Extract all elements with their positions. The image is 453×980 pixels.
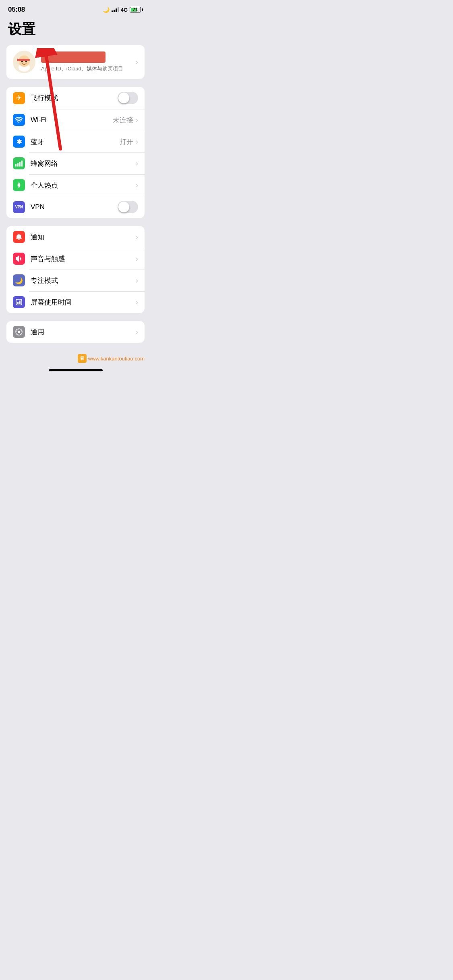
cellular-row[interactable]: 蜂窝网络 › bbox=[6, 152, 145, 174]
network-section: ✈ 飞行模式 Wi-Fi 未连接 › ✱ 蓝牙 打开 › bbox=[6, 87, 145, 218]
airplane-icon: ✈ bbox=[13, 92, 25, 104]
sounds-row[interactable]: 声音与触感 › bbox=[6, 248, 145, 270]
cellular-label: 蜂窝网络 bbox=[31, 159, 136, 168]
focus-row[interactable]: 🌙 专注模式 › bbox=[6, 270, 145, 291]
svg-rect-16 bbox=[19, 301, 21, 304]
focus-icon: 🌙 bbox=[13, 274, 25, 286]
apple-id-subtitle: Apple ID、iCloud、媒体与购买项目 bbox=[41, 65, 130, 72]
page-title: 设置 bbox=[0, 17, 151, 45]
battery-text: 71 bbox=[132, 7, 138, 12]
screentime-row[interactable]: 屏幕使用时间 › bbox=[6, 291, 145, 313]
status-bar: 05:08 🌙 4G 71 bbox=[0, 0, 151, 17]
cellular-icon bbox=[13, 157, 25, 169]
wifi-icon bbox=[13, 114, 25, 126]
focus-chevron: › bbox=[136, 276, 138, 285]
avatar-svg bbox=[13, 51, 35, 73]
sounds-icon bbox=[13, 253, 25, 265]
battery-tip bbox=[142, 8, 143, 11]
network-type: 4G bbox=[121, 7, 128, 13]
general-chevron: › bbox=[136, 328, 138, 336]
watermark-icon: 看 bbox=[78, 354, 87, 363]
bluetooth-icon: ✱ bbox=[13, 136, 25, 148]
notifications-label: 通知 bbox=[31, 233, 136, 242]
wifi-label: Wi-Fi bbox=[31, 116, 113, 124]
airplane-mode-row[interactable]: ✈ 飞行模式 bbox=[6, 87, 145, 109]
notifications-chevron: › bbox=[136, 233, 138, 241]
vpn-toggle[interactable] bbox=[118, 201, 138, 213]
bluetooth-row[interactable]: ✱ 蓝牙 打开 › bbox=[6, 131, 145, 152]
bluetooth-chevron: › bbox=[136, 138, 138, 146]
svg-rect-10 bbox=[15, 164, 17, 167]
vpn-row[interactable]: VPN VPN bbox=[6, 196, 145, 218]
svg-point-7 bbox=[25, 61, 27, 62]
apple-id-chevron: › bbox=[136, 58, 138, 66]
hotspot-icon bbox=[13, 179, 25, 191]
notification-section: 通知 › 声音与触感 › 🌙 专注模式 › bbox=[6, 226, 145, 313]
screentime-chevron: › bbox=[136, 298, 138, 307]
moon-icon: 🌙 bbox=[103, 6, 110, 13]
svg-point-18 bbox=[18, 331, 20, 333]
notifications-row[interactable]: 通知 › bbox=[6, 226, 145, 248]
notifications-icon bbox=[13, 231, 25, 243]
general-label: 通用 bbox=[31, 327, 136, 337]
general-section: 通用 › bbox=[6, 321, 145, 343]
wifi-row[interactable]: Wi-Fi 未连接 › bbox=[6, 109, 145, 131]
vpn-icon: VPN bbox=[13, 201, 25, 213]
wifi-value: 未连接 bbox=[113, 115, 133, 125]
screentime-icon bbox=[13, 296, 25, 308]
apple-id-info: Apple ID、iCloud、媒体与购买项目 bbox=[41, 51, 130, 72]
battery-body: 71 bbox=[130, 7, 141, 12]
svg-rect-15 bbox=[17, 302, 19, 304]
general-icon bbox=[13, 326, 25, 338]
signal-bar-4 bbox=[118, 7, 119, 12]
sounds-label: 声音与触感 bbox=[31, 254, 136, 264]
airplane-toggle[interactable] bbox=[118, 92, 138, 104]
watermark: 看 www.kankantoutiao.com bbox=[0, 351, 151, 366]
hotspot-chevron: › bbox=[136, 181, 138, 189]
svg-point-6 bbox=[21, 61, 23, 62]
signal-bar-2 bbox=[114, 10, 115, 12]
home-indicator bbox=[49, 369, 103, 371]
bluetooth-label: 蓝牙 bbox=[31, 137, 120, 146]
hotspot-row[interactable]: 个人热点 › bbox=[6, 174, 145, 196]
avatar bbox=[13, 51, 35, 73]
svg-rect-13 bbox=[21, 161, 23, 167]
battery: 71 bbox=[130, 7, 143, 12]
bluetooth-value: 打开 bbox=[120, 137, 133, 146]
apple-id-row[interactable]: Apple ID、iCloud、媒体与购买项目 › bbox=[6, 45, 145, 79]
svg-rect-11 bbox=[17, 163, 19, 167]
signal-bar-1 bbox=[112, 10, 113, 12]
svg-rect-12 bbox=[19, 162, 21, 167]
vpn-label: VPN bbox=[31, 203, 118, 211]
status-time: 05:08 bbox=[8, 6, 25, 14]
sounds-chevron: › bbox=[136, 255, 138, 263]
svg-rect-14 bbox=[16, 299, 22, 305]
screentime-label: 屏幕使用时间 bbox=[31, 298, 136, 307]
apple-id-section: Apple ID、iCloud、媒体与购买项目 › bbox=[6, 45, 145, 79]
status-icons: 🌙 4G 71 bbox=[101, 6, 143, 13]
apple-id-name-bar bbox=[41, 51, 105, 63]
general-row[interactable]: 通用 › bbox=[6, 321, 145, 343]
settings-page: 05:08 🌙 4G 71 设置 bbox=[0, 0, 151, 378]
hotspot-label: 个人热点 bbox=[31, 181, 136, 190]
cellular-chevron: › bbox=[136, 159, 138, 168]
airplane-label: 飞行模式 bbox=[31, 93, 118, 103]
signal-bar-3 bbox=[116, 8, 117, 12]
signal-bars bbox=[112, 7, 119, 12]
focus-label: 专注模式 bbox=[31, 276, 136, 285]
watermark-text: www.kankantoutiao.com bbox=[88, 356, 145, 362]
wifi-chevron: › bbox=[136, 116, 138, 124]
